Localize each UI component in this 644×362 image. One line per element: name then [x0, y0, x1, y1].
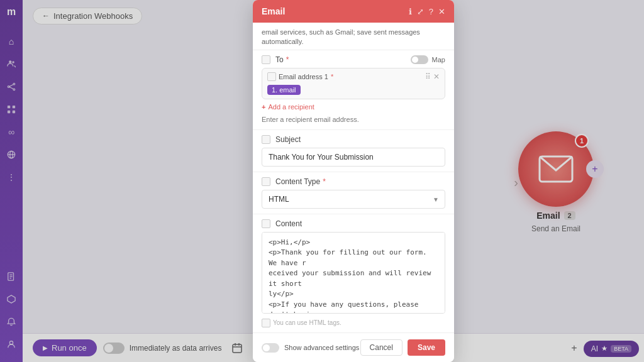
html-tags-hint: You can use HTML tags. — [262, 319, 445, 327]
to-section: To * Map Email address 1 * — [253, 50, 454, 130]
add-recipient-plus-icon: + — [262, 103, 265, 111]
recipient-input[interactable] — [262, 114, 445, 124]
email-address-box: Email address 1 * ⠿ ✕ 1. email — [262, 68, 445, 99]
content-type-checkbox[interactable] — [262, 177, 270, 186]
to-checkbox[interactable] — [262, 55, 270, 64]
email-address-actions: ⠿ ✕ — [425, 72, 440, 81]
map-label: Map — [432, 56, 445, 63]
email-address-label: Email address 1 * — [267, 72, 333, 81]
modal-description: email services, such as Gmail; save sent… — [253, 23, 454, 50]
map-toggle-switch[interactable] — [411, 55, 428, 64]
subject-label: Subject — [275, 135, 301, 144]
to-label: To * — [275, 55, 289, 64]
add-recipient-label: Add a recipient — [268, 103, 314, 111]
content-section: Content You can use HTML tags. — [253, 214, 454, 332]
content-type-select-wrapper: HTML Plain Text ▼ — [262, 190, 445, 209]
modal-header-icons: ℹ ⤢ ? ✕ — [409, 7, 445, 16]
content-type-label: Content Type * — [275, 177, 326, 186]
help-icon[interactable]: ? — [429, 7, 433, 16]
subject-section: Subject — [253, 130, 454, 172]
modal-title: Email — [262, 6, 285, 16]
advanced-settings-toggle: Show advanced settings — [262, 343, 359, 353]
modal-overlay: Email ℹ ⤢ ? ✕ email services, such as Gm… — [0, 0, 644, 362]
email-address-required: * — [331, 73, 333, 80]
email-address-checkbox[interactable] — [267, 72, 276, 81]
advanced-settings-label: Show advanced settings — [284, 344, 359, 351]
subject-checkbox[interactable] — [262, 135, 270, 144]
cancel-button[interactable]: Cancel — [360, 339, 402, 356]
modal-footer: Show advanced settings Cancel Save — [253, 332, 454, 362]
email-modal: Email ℹ ⤢ ? ✕ email services, such as Gm… — [253, 0, 454, 362]
html-hint-icon — [262, 319, 270, 327]
close-icon[interactable]: ✕ — [438, 7, 445, 16]
token-chip[interactable]: 1. email — [267, 85, 301, 95]
drag-icon[interactable]: ⠿ — [425, 72, 431, 81]
to-required: * — [286, 55, 289, 64]
save-button[interactable]: Save — [408, 339, 445, 356]
content-label: Content — [275, 219, 302, 228]
map-toggle: Map — [411, 55, 445, 64]
subject-input[interactable] — [262, 148, 445, 167]
info-icon[interactable]: ℹ — [409, 7, 412, 16]
add-recipient-button[interactable]: + Add a recipient — [262, 103, 445, 111]
modal-header: Email ℹ ⤢ ? ✕ — [253, 0, 454, 23]
modal-body: email services, such as Gmail; save sent… — [253, 23, 454, 332]
remove-email-icon[interactable]: ✕ — [433, 72, 440, 81]
content-checkbox[interactable] — [262, 219, 270, 228]
expand-icon[interactable]: ⤢ — [417, 7, 424, 16]
advanced-toggle-switch[interactable] — [262, 343, 279, 353]
content-type-select[interactable]: HTML Plain Text — [262, 190, 445, 209]
footer-buttons: Cancel Save — [360, 339, 445, 356]
content-type-section: Content Type * HTML Plain Text ▼ — [253, 172, 454, 214]
content-textarea[interactable] — [262, 232, 445, 314]
